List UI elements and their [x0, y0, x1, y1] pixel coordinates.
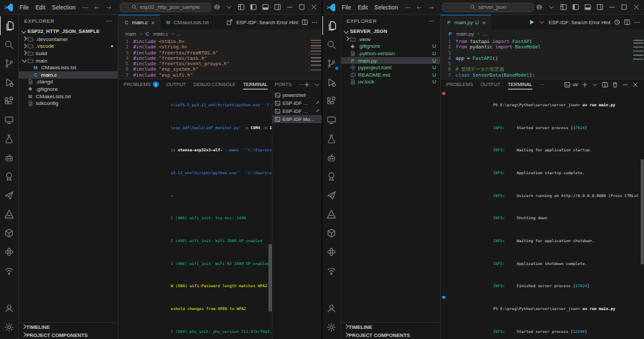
menu-item[interactable]: File — [338, 3, 355, 12]
editor-tab[interactable]: P main.py U × — [441, 15, 491, 30]
git-status-badge: U — [433, 79, 439, 85]
command-decoration-icon[interactable] — [442, 92, 445, 96]
explorer-item[interactable]: uv.lock U — [341, 79, 440, 86]
toggle-secondary-sidebar-icon[interactable] — [596, 3, 604, 11]
terminal[interactable]: PS E:\prog\Python\server\server_json> uv… — [441, 89, 644, 339]
panel-tab[interactable]: PROBLEMS — [446, 79, 473, 89]
esp-idf-search-error-hint-button[interactable]: ESP-IDF: Search Error Hint — [236, 20, 298, 26]
explorer-root-folder[interactable]: ESP32_HTTP_JSON_SAMPLE — [19, 27, 118, 36]
code-editor[interactable]: 1 #include <stdio.h> 2 #include <string.… — [118, 38, 322, 79]
sidebar-section[interactable]: PROJECT COMPONENTS — [19, 331, 118, 339]
chevron-down-icon[interactable] — [547, 3, 555, 11]
terminal-scrollbar[interactable] — [269, 244, 272, 311]
toggle-panel-icon[interactable] — [583, 3, 592, 11]
terminal[interactable]: v\idf5.5_py3.11_env\Scripts\python.exe' … — [118, 89, 272, 339]
terminal-list-item[interactable]: ESP-IDF … ✓ — [273, 99, 322, 107]
panel-tab[interactable]: DEBUG CONSOLE — [194, 79, 236, 89]
terminal-list-item[interactable]: ESP-IDF Mo… — [273, 115, 322, 123]
menu-item[interactable]: Edit — [355, 3, 371, 12]
panel-tab[interactable]: TERMINAL — [243, 79, 267, 89]
menu-item[interactable]: Selection — [371, 3, 401, 12]
menu-item[interactable]: File — [16, 3, 32, 12]
explorer-item[interactable]: M CMakeLists.txt — [19, 64, 118, 71]
more-actions-icon[interactable]: ⋯ — [429, 17, 435, 24]
terminal-scrollbar[interactable] — [641, 159, 644, 264]
back-icon[interactable]: ← — [93, 3, 101, 11]
copilot-icon[interactable] — [535, 3, 543, 11]
menu-item[interactable]: ⋯ — [401, 3, 414, 12]
editor-tab[interactable]: C main.c × — [118, 15, 160, 30]
minimap[interactable] — [633, 40, 643, 63]
toggle-primary-sidebar-icon[interactable] — [571, 3, 579, 11]
sidebar-section[interactable]: PROJECT COMPONENTS — [341, 331, 440, 339]
explorer-item[interactable]: M CMakeLists.txt — [19, 93, 118, 100]
explorer-item[interactable]: .python-version U — [341, 50, 440, 57]
customize-layout-icon[interactable] — [559, 3, 567, 11]
terminal-list-item[interactable]: powershell — [273, 91, 322, 99]
explorer-item[interactable]: .devcontainer — [19, 36, 118, 43]
menu-item[interactable]: Edit — [32, 3, 49, 12]
sidebar-section[interactable]: TIMELINE — [341, 323, 440, 331]
explorer-item[interactable]: README.md U — [341, 71, 440, 79]
customize-layout-icon[interactable] — [237, 3, 245, 11]
menu-item[interactable]: ⋯ — [79, 3, 92, 12]
terminal-line: INFO: Application startup complete. — [446, 159, 643, 182]
window-title: server_json — [478, 4, 506, 10]
editor-tab[interactable]: M CMakeLists.txt — [160, 15, 214, 30]
minimize-icon[interactable] — [285, 3, 293, 11]
panel-tab[interactable]: PORTS — [275, 79, 292, 89]
panel-tab[interactable]: ⋯ — [299, 79, 303, 89]
explorer-item[interactable]: ◆ .gitignore U — [341, 43, 440, 50]
terminal-line: PS E:\prog\Python\server\server_json> uv… — [446, 91, 643, 114]
chevron-down-icon[interactable] — [225, 3, 233, 11]
maximize-icon[interactable] — [297, 3, 306, 11]
sidebar-section[interactable]: TIMELINE — [19, 323, 118, 331]
tab-bar: C main.c × M CMakeLists.txt — [118, 15, 322, 30]
explorer-item[interactable]: main — [19, 57, 118, 65]
copilot-icon[interactable] — [213, 3, 221, 11]
line-number: 2 — [441, 44, 456, 50]
back-icon[interactable]: ← — [415, 3, 423, 11]
menu-item[interactable]: Selection — [48, 3, 79, 12]
close-window-icon[interactable] — [310, 3, 318, 11]
line-number: 1 — [118, 39, 133, 44]
panel-tab[interactable]: PROBLEMS5 — [124, 79, 159, 89]
explorer-item[interactable]: C main.c — [19, 71, 118, 79]
command-decoration-icon[interactable] — [442, 296, 445, 299]
triangle-a-icon — [4, 209, 14, 219]
explorer-item[interactable]: .venv — [341, 36, 440, 43]
more-actions-icon[interactable]: ⋯ — [106, 17, 113, 24]
toggle-primary-sidebar-icon[interactable] — [249, 3, 257, 11]
C-icon: C — [145, 32, 150, 36]
command-center-search[interactable]: esp32_http_json_sample — [120, 3, 211, 12]
panel-tab[interactable]: TERMINAL — [508, 79, 532, 89]
close-tab-icon[interactable]: × — [151, 20, 155, 26]
minimap[interactable] — [311, 40, 321, 75]
panel-tab[interactable]: ⋯ — [540, 79, 544, 89]
explorer-item[interactable]: .clangd — [19, 79, 118, 86]
explorer-item[interactable]: .vscode — [19, 43, 118, 50]
explorer-item[interactable]: build — [19, 50, 118, 57]
minimize-icon[interactable] — [608, 3, 616, 11]
explorer-item[interactable]: sdkconfig — [19, 100, 118, 107]
close-tab-icon[interactable]: × — [482, 20, 485, 26]
forward-icon[interactable]: → — [427, 3, 435, 11]
code-editor[interactable]: 1 from fastapi import FastAPI 2 from pyd… — [441, 38, 644, 79]
toggle-secondary-sidebar-icon[interactable] — [273, 3, 281, 11]
terminal-item-espidf-2 — [275, 108, 281, 114]
esp-idf-search-error-hint-button[interactable]: ESP-IDF: Search Error Hint — [548, 20, 610, 26]
explorer-item[interactable]: ◆ .gitignore — [19, 85, 118, 93]
explorer-root-folder[interactable]: SERVER_JSON — [341, 27, 440, 36]
command-center-search[interactable]: server_json — [442, 3, 534, 12]
explorer-item[interactable]: P main.py U — [341, 57, 440, 65]
terminal-list-item[interactable]: ESP-IDF … ✓ — [273, 107, 322, 115]
close-window-icon[interactable] — [632, 3, 640, 11]
line-number: 3 — [118, 50, 133, 56]
toggle-panel-icon[interactable] — [261, 3, 269, 11]
explorer-item[interactable]: pyproject.toml U — [341, 64, 440, 71]
forward-icon[interactable]: → — [105, 3, 113, 11]
panel-tab[interactable]: OUTPUT — [480, 79, 501, 89]
panel-tab[interactable]: OUTPUT — [166, 79, 186, 89]
split-editor-icon — [301, 19, 308, 26]
maximize-icon[interactable] — [620, 3, 628, 11]
